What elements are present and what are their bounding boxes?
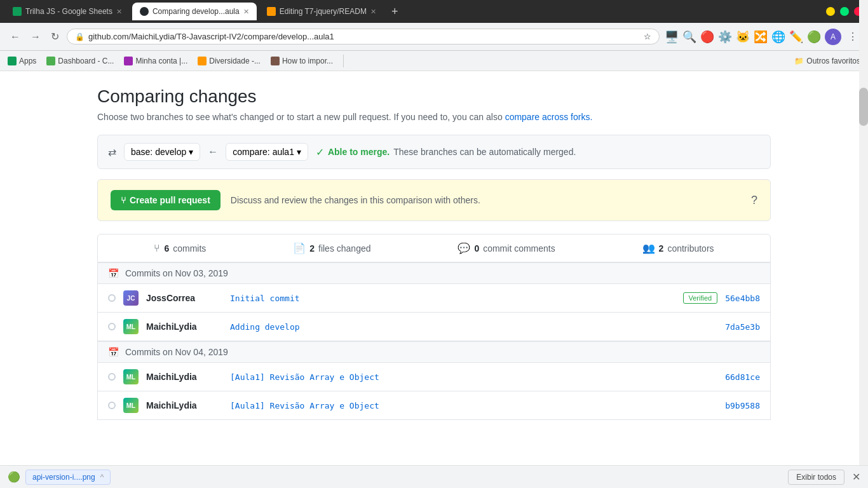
back-button[interactable]: ← xyxy=(8,29,23,45)
commit-author-4[interactable]: MaichiLydia xyxy=(146,400,222,410)
comments-count: 0 xyxy=(474,243,479,254)
address-text: github.com/MaichiLydia/T8-Javascript-IV2… xyxy=(88,32,640,41)
browser-tab-3[interactable]: Editing T7-jquery/READM ✕ xyxy=(259,3,384,20)
pr-box: ⑂ Create pull request Discuss and review… xyxy=(97,179,771,221)
compare-icon: ⇄ xyxy=(108,146,116,158)
commit-hash-1[interactable]: 56e4bb8 xyxy=(725,294,760,303)
stat-commits[interactable]: ⑂ 6 commits xyxy=(154,243,206,254)
window-controls xyxy=(826,7,863,16)
commit-message-4[interactable]: [Aula1] Revisão Array e Object xyxy=(230,401,717,410)
ext-icon-9[interactable]: 🟢 xyxy=(807,30,821,44)
address-bar[interactable]: 🔒 github.com/MaichiLydia/T8-Javascript-I… xyxy=(67,29,660,44)
ext-icon-7[interactable]: 🌐 xyxy=(771,30,785,44)
commit-dot-3 xyxy=(108,373,116,381)
ext-icon-4[interactable]: ⚙️ xyxy=(718,30,732,44)
commit-author-3[interactable]: MaichiLydia xyxy=(146,372,222,382)
merge-status: ✓ Able to merge. These branches can be a… xyxy=(316,146,576,158)
files-icon: 📄 xyxy=(293,242,306,254)
base-branch-button[interactable]: base: develop ▾ xyxy=(124,143,200,161)
commits-label: commits xyxy=(173,243,206,254)
ext-icon-1[interactable]: 🖥️ xyxy=(665,30,679,44)
commit-row-4: ML MaichiLydia [Aula1] Revisão Array e O… xyxy=(98,391,770,419)
bookmarks-separator xyxy=(343,55,344,67)
bookmark-dashboard[interactable]: Dashboard - C... xyxy=(46,57,114,65)
calendar-icon-1: 📅 xyxy=(108,268,119,278)
howto-label: How to impor... xyxy=(282,57,333,65)
avatar-maichi-1: ML xyxy=(123,319,139,334)
ext-icon-8[interactable]: ✏️ xyxy=(789,30,803,44)
contributors-icon: 👥 xyxy=(642,242,655,254)
bookmark-diversidade[interactable]: Diversidade -... xyxy=(198,57,261,65)
page-content: Comparing changes Choose two branches to… xyxy=(0,71,868,452)
tab2-title: Comparing develop...aula xyxy=(153,7,240,16)
base-label: base: xyxy=(131,147,153,157)
diversidade-favicon xyxy=(198,57,207,65)
dashboard-label: Dashboard - C... xyxy=(58,57,114,65)
browser-tab-2[interactable]: Comparing develop...aula ✕ xyxy=(132,3,257,20)
menu-button[interactable]: ⋮ xyxy=(845,28,860,45)
tab3-title: Editing T7-jquery/READM xyxy=(280,7,367,16)
scrollbar-thumb[interactable] xyxy=(859,88,868,126)
commits-date-1: Commits on Nov 03, 2019 xyxy=(125,268,228,278)
commit-message-2[interactable]: Adding develop xyxy=(230,322,717,332)
forward-button[interactable]: → xyxy=(28,29,43,45)
arrow-left-icon: ← xyxy=(208,146,218,158)
compare-label: compare: xyxy=(233,147,269,157)
bookmark-how-to[interactable]: How to impor... xyxy=(271,57,333,65)
ext-icon-5[interactable]: 🐱 xyxy=(736,30,750,44)
bookmark-minha-conta[interactable]: Minha conta |... xyxy=(124,57,187,65)
tab2-favicon xyxy=(140,7,149,16)
outros-favoritos[interactable]: 📁 Outros favoritos xyxy=(794,57,860,65)
commit-author-2[interactable]: MaichiLydia xyxy=(146,322,222,332)
compare-branch-button[interactable]: compare: aula1 ▾ xyxy=(226,143,308,161)
create-pull-request-button[interactable]: ⑂ Create pull request xyxy=(111,190,220,210)
star-icon[interactable]: ☆ xyxy=(644,32,651,41)
commit-dot-4 xyxy=(108,402,116,409)
commit-author-1[interactable]: JossCorrea xyxy=(146,293,222,303)
tab1-close[interactable]: ✕ xyxy=(116,8,122,16)
tab1-favicon xyxy=(13,7,22,16)
avatar-maichi-2: ML xyxy=(123,369,139,384)
window-minimize[interactable] xyxy=(826,7,835,16)
profile-avatar[interactable]: A xyxy=(825,29,841,45)
commits-count: 6 xyxy=(164,243,169,254)
commit-hash-4[interactable]: b9b9588 xyxy=(725,401,760,410)
ext-icon-2[interactable]: 🔍 xyxy=(682,30,696,44)
commits-icon: ⑂ xyxy=(154,243,160,254)
stat-comments[interactable]: 💬 0 commit comments xyxy=(458,242,555,254)
ext-icon-3[interactable]: 🔴 xyxy=(700,30,714,44)
commit-dot-1 xyxy=(108,294,116,302)
help-icon[interactable]: ? xyxy=(751,194,757,207)
files-count: 2 xyxy=(309,243,315,254)
stat-files[interactable]: 📄 2 files changed xyxy=(293,242,370,254)
contributors-count: 2 xyxy=(659,243,664,254)
commit-message-1[interactable]: Initial commit xyxy=(230,294,670,303)
diversidade-label: Diversidade -... xyxy=(209,57,261,65)
scrollbar[interactable] xyxy=(859,0,868,452)
new-tab-button[interactable]: + xyxy=(386,5,403,18)
commit-hash-3[interactable]: 66d81ce xyxy=(725,372,760,382)
browser-tab-1[interactable]: Trilha JS - Google Sheets ✕ xyxy=(5,3,130,20)
window-maximize[interactable] xyxy=(840,7,849,16)
apps-label: Apps xyxy=(19,57,36,65)
refresh-button[interactable]: ↻ xyxy=(48,28,62,45)
commit-dot-2 xyxy=(108,323,116,330)
ext-icon-6[interactable]: 🔀 xyxy=(754,30,768,44)
main-container: Comparing changes Choose two branches to… xyxy=(85,71,783,435)
bookmark-apps[interactable]: Apps xyxy=(8,57,36,65)
tab2-close[interactable]: ✕ xyxy=(243,8,249,16)
stat-contributors[interactable]: 👥 2 contributors xyxy=(642,242,714,254)
compare-chevron-icon: ▾ xyxy=(297,147,301,157)
comments-icon: 💬 xyxy=(458,242,470,254)
tab1-title: Trilha JS - Google Sheets xyxy=(25,7,112,16)
minhaconta-label: Minha conta |... xyxy=(135,57,187,65)
toolbar-icons: 🖥️ 🔍 🔴 ⚙️ 🐱 🔀 🌐 ✏️ 🟢 A ⋮ xyxy=(665,28,860,45)
tab3-close[interactable]: ✕ xyxy=(370,8,376,16)
outros-favoritos-label: Outros favoritos xyxy=(806,57,860,65)
commit-message-3[interactable]: [Aula1] Revisão Array e Object xyxy=(230,372,717,382)
commit-row-3: ML MaichiLydia [Aula1] Revisão Array e O… xyxy=(98,363,770,391)
commit-hash-2[interactable]: 7da5e3b xyxy=(725,322,760,332)
compare-bar: ⇄ base: develop ▾ ← compare: aula1 ▾ ✓ A… xyxy=(97,135,771,169)
compare-forks-link[interactable]: compare across forks. xyxy=(505,112,593,122)
browser-toolbar: ← → ↻ 🔒 github.com/MaichiLydia/T8-Javasc… xyxy=(0,23,868,51)
